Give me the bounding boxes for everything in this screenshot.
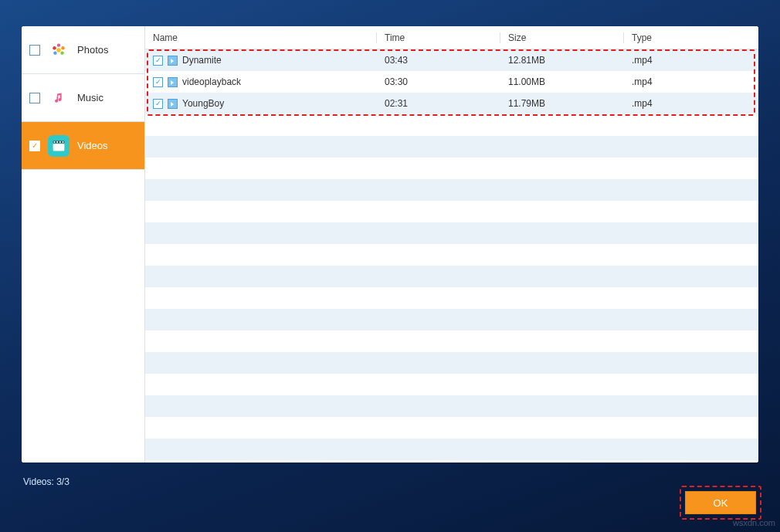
video-file-icon bbox=[168, 56, 178, 66]
file-time: 03:30 bbox=[377, 76, 500, 87]
sidebar: Photos Music ✓ Videos bbox=[22, 26, 145, 463]
file-type: .mp4 bbox=[624, 55, 758, 66]
svg-rect-9 bbox=[54, 141, 56, 143]
ok-button[interactable]: OK bbox=[685, 491, 756, 514]
svg-point-0 bbox=[56, 48, 61, 53]
col-header-size[interactable]: Size bbox=[500, 32, 624, 43]
svg-rect-12 bbox=[63, 141, 64, 143]
main-panel: Photos Music ✓ Videos Name Time Size Typ… bbox=[22, 26, 758, 463]
svg-rect-11 bbox=[59, 141, 61, 143]
file-name: videoplayback bbox=[182, 76, 241, 87]
sidebar-item-photos[interactable]: Photos bbox=[22, 26, 144, 74]
table-row[interactable]: ✓ videoplayback 03:30 11.00MB .mp4 bbox=[145, 71, 758, 93]
video-file-icon bbox=[168, 99, 178, 109]
sidebar-item-label: Photos bbox=[77, 44, 108, 56]
highlight-annotation: OK bbox=[680, 486, 761, 520]
svg-point-2 bbox=[61, 46, 64, 49]
row-checkbox[interactable]: ✓ bbox=[153, 99, 163, 109]
col-header-time[interactable]: Time bbox=[377, 32, 500, 43]
file-time: 03:43 bbox=[377, 55, 500, 66]
row-checkbox[interactable]: ✓ bbox=[153, 77, 163, 87]
watermark: wsxdn.com bbox=[733, 518, 775, 527]
file-name: Dynamite bbox=[182, 55, 222, 66]
file-type: .mp4 bbox=[624, 98, 758, 109]
file-size: 11.00MB bbox=[500, 76, 624, 87]
checkbox-videos[interactable]: ✓ bbox=[29, 141, 40, 151]
videos-icon bbox=[48, 135, 70, 157]
checkbox-music[interactable] bbox=[29, 93, 40, 103]
content-area: Name Time Size Type ✓ Dynamite 03:43 12.… bbox=[145, 26, 758, 463]
sidebar-item-label: Videos bbox=[77, 140, 108, 151]
table-row[interactable]: ✓ YoungBoy 02:31 11.79MB .mp4 bbox=[145, 93, 758, 114]
file-size: 11.79MB bbox=[500, 98, 624, 109]
photos-icon bbox=[48, 39, 70, 61]
status-text: Videos: 3/3 bbox=[23, 476, 70, 487]
svg-point-1 bbox=[57, 43, 60, 46]
sidebar-item-videos[interactable]: ✓ Videos bbox=[22, 122, 144, 170]
table-header: Name Time Size Type bbox=[145, 26, 758, 49]
file-type: .mp4 bbox=[624, 76, 758, 87]
table-body: ✓ Dynamite 03:43 12.81MB .mp4 ✓ videopla… bbox=[145, 49, 758, 463]
sidebar-item-music[interactable]: Music bbox=[22, 74, 144, 122]
svg-rect-10 bbox=[56, 141, 58, 143]
checkbox-photos[interactable] bbox=[29, 45, 40, 56]
svg-rect-7 bbox=[53, 144, 65, 151]
sidebar-item-label: Music bbox=[77, 92, 103, 103]
file-name: YoungBoy bbox=[182, 98, 224, 109]
col-header-type[interactable]: Type bbox=[624, 32, 758, 43]
video-file-icon bbox=[168, 77, 178, 87]
file-size: 12.81MB bbox=[500, 55, 624, 66]
row-checkbox[interactable]: ✓ bbox=[153, 56, 163, 66]
svg-point-5 bbox=[53, 46, 56, 49]
music-icon bbox=[48, 87, 70, 109]
file-time: 02:31 bbox=[377, 98, 500, 109]
svg-point-4 bbox=[53, 51, 56, 54]
table-row[interactable]: ✓ Dynamite 03:43 12.81MB .mp4 bbox=[145, 49, 758, 71]
svg-point-3 bbox=[60, 51, 63, 54]
col-header-name[interactable]: Name bbox=[145, 32, 377, 43]
